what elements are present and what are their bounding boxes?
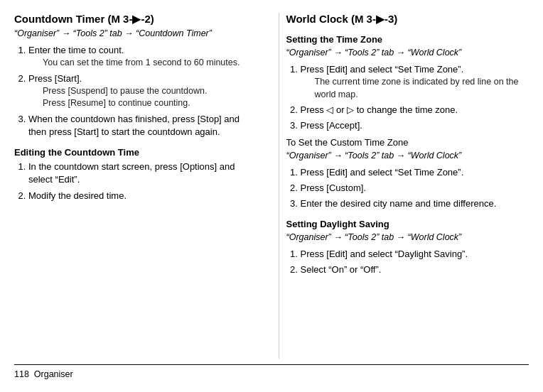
page-container: Countdown Timer (M 3-▶-2) “Organiser” → … [0, 0, 543, 392]
edit-step-2: Modify the desired time. [28, 190, 257, 202]
section3-title: Setting Daylight Saving [286, 219, 529, 229]
custom-intro: To Set the Custom Time Zone [286, 137, 529, 148]
left-step-3: When the countdown has finished, press [… [28, 113, 257, 138]
section1-title: Setting the Time Zone [286, 34, 529, 45]
s1-step-1-subtext: The current time zone is indicated by re… [315, 76, 529, 101]
right-title-text: World Clock (M 3- [286, 13, 376, 25]
s2-step-3-text: Enter the desired city name and time dif… [301, 198, 497, 209]
s2-step-1-text: Press [Edit] and select “Set Time Zone”. [301, 167, 464, 178]
section1-nav: “Organiser” → “Tools 2” tab → “World Clo… [286, 48, 529, 58]
left-step-1-text: Enter the time to count. [28, 45, 124, 55]
section2-steps-list: Press [Edit] and select “Set Time Zone”.… [301, 166, 529, 211]
left-title-suffix: -2) [141, 13, 154, 25]
section2-step-2: Press [Custom]. [301, 182, 529, 195]
edit-steps-list: In the countdown start screen, press [Op… [28, 160, 257, 202]
s1-step-3-text: Press [Accept]. [301, 120, 362, 131]
right-title-suffix: -3) [385, 13, 397, 25]
edit-step-2-text: Modify the desired time. [28, 190, 127, 201]
left-title-text: Countdown Timer (M 3- [14, 13, 132, 25]
s1-step-2-text: Press ◁ or ▷ to change the time zone. [301, 104, 458, 115]
right-title-icon: ▶ [376, 13, 385, 25]
section3-step-2: Select “On” or “Off”. [301, 263, 529, 276]
left-step-1-subtext: You can set the time from 1 second to 60… [43, 57, 257, 70]
left-title-icon: ▶ [132, 13, 141, 25]
edit-step-1-text: In the countdown start screen, press [Op… [28, 161, 235, 185]
section2-step-1: Press [Edit] and select “Set Time Zone”. [301, 166, 529, 179]
section1-steps-list: Press [Edit] and select “Set Time Zone”.… [301, 63, 529, 133]
s3-step-2-text: Select “On” or “Off”. [301, 264, 382, 275]
left-main-title: Countdown Timer (M 3-▶-2) [14, 13, 257, 26]
section3-steps-list: Press [Edit] and select “Daylight Saving… [301, 248, 529, 276]
left-step-3-text: When the countdown has finished, press [… [28, 114, 240, 137]
footer: 118 Organiser [14, 364, 529, 379]
left-step-2-subtext: Press [Suspend] to pause the countdown.P… [43, 85, 257, 110]
edit-step-1: In the countdown start screen, press [Op… [28, 160, 257, 186]
section1-step-2: Press ◁ or ▷ to change the time zone. [301, 104, 529, 116]
section1-step-1: Press [Edit] and select “Set Time Zone”.… [301, 63, 529, 101]
right-main-title: World Clock (M 3-▶-3) [286, 13, 529, 26]
section2-nav: “Organiser” → “Tools 2” tab → “World Clo… [286, 151, 529, 160]
left-step-1: Enter the time to count. You can set the… [28, 44, 257, 70]
section1-step-3: Press [Accept]. [301, 119, 529, 132]
left-step-2: Press [Start]. Press [Suspend] to pause … [28, 72, 257, 110]
footer-label: Organiser [34, 369, 73, 379]
left-column: Countdown Timer (M 3-▶-2) “Organiser” → … [14, 13, 264, 359]
section3-step-1: Press [Edit] and select “Daylight Saving… [301, 248, 529, 261]
s2-step-2-text: Press [Custom]. [301, 183, 366, 193]
left-steps-list: Enter the time to count. You can set the… [28, 44, 257, 138]
edit-section-title: Editing the Countdown Time [14, 147, 257, 158]
section3-nav: “Organiser” → “Tools 2” tab → “World Clo… [286, 232, 529, 242]
left-nav-path: “Organiser” → “Tools 2” tab → “Countdown… [14, 28, 257, 38]
right-column: World Clock (M 3-▶-3) Setting the Time Z… [279, 13, 529, 359]
s1-step-1-text: Press [Edit] and select “Set Time Zone”. [301, 64, 464, 75]
s3-step-1-text: Press [Edit] and select “Daylight Saving… [301, 249, 468, 259]
section2-step-3: Enter the desired city name and time dif… [301, 197, 529, 210]
columns: Countdown Timer (M 3-▶-2) “Organiser” → … [14, 13, 529, 359]
page-number: 118 [14, 369, 29, 379]
left-step-2-text: Press [Start]. [28, 73, 82, 84]
